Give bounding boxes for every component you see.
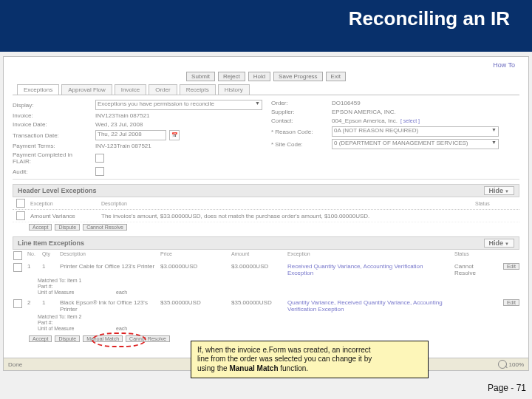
reason-select[interactable]: 0A (NOT REASON REQUIRED): [332, 126, 499, 137]
tab-exceptions[interactable]: Exceptions: [17, 84, 59, 95]
line-qty: 1: [42, 263, 55, 270]
invoice-label: Invoice:: [13, 112, 92, 119]
zoom-level: 100%: [509, 361, 524, 368]
line-no: 1: [27, 263, 38, 270]
part-label: Part #:: [38, 320, 53, 325]
order-label: Order:: [271, 100, 329, 106]
matched-to: Matched To: Item 2: [38, 314, 81, 319]
callout-line2: line from the order was selected you can…: [197, 355, 422, 364]
reject-button[interactable]: Reject: [218, 72, 245, 81]
col-description: Description: [101, 201, 471, 206]
display-select[interactable]: Exceptions you have permission to reconc…: [95, 100, 262, 110]
submit-button[interactable]: Submit: [186, 72, 215, 81]
col-line-description: Description: [60, 251, 156, 256]
uom-value: each: [116, 326, 127, 331]
reason-label: * Reason Code:: [271, 129, 329, 135]
payment-terms-label: Payment Terms:: [13, 143, 92, 149]
supplier-label: Supplier:: [271, 109, 329, 115]
header-exception-row: Amount Variance The invoice's amount, $3…: [13, 210, 519, 222]
line-dispute-button[interactable]: Dispute: [55, 335, 80, 342]
line-no: 2: [27, 299, 38, 306]
invoice-date-label: Invoice Date:: [13, 121, 92, 128]
order-value: DO106459: [332, 100, 361, 106]
line-item-row: 2 1 Black Epson® Ink for Office 123's Pr…: [13, 298, 519, 314]
row-checkbox[interactable]: [16, 211, 25, 220]
callout-line3c: function.: [279, 364, 309, 372]
line-checkbox[interactable]: [13, 263, 22, 272]
callout-note: If, when the invoice e.Form was created,…: [191, 341, 429, 379]
line-exception-link[interactable]: Received Quantity Variance, Accounting V…: [287, 263, 450, 276]
line-select-all-checkbox[interactable]: [13, 251, 22, 260]
line-desc: Printer Cable for Office 123's Printer: [60, 263, 156, 270]
line-amount: $35.00000USD: [231, 299, 283, 306]
site-label: * Site Code:: [271, 141, 329, 148]
line-price: $3.00000USD: [160, 263, 227, 270]
part-label: Part #:: [38, 284, 53, 289]
supplier-value: EPSON AMERICA, INC.: [332, 109, 396, 115]
header-exceptions-head: Header Level Exceptions Hide: [13, 184, 519, 197]
hold-button[interactable]: Hold: [248, 72, 270, 81]
transaction-date-label: Transaction Date:: [13, 132, 92, 139]
line-amount: $3.00000USD: [231, 263, 283, 270]
button-row: Submit Reject Hold Save Progress Exit: [13, 70, 519, 84]
title-banner: Reconciling an IR: [0, 0, 532, 52]
callout-line3a: using the: [197, 364, 229, 372]
tab-order[interactable]: Order: [149, 84, 177, 95]
payment-completed-checkbox[interactable]: [95, 154, 104, 163]
select-contact-link[interactable]: [ select ]: [400, 118, 420, 123]
uom-label: Unit of Measure: [38, 326, 112, 331]
payment-completed-label: Payment Completed in FLAIR:: [13, 151, 92, 165]
callout-line1: If, when the invoice e.Form was created,…: [197, 346, 422, 355]
uom-value: each: [116, 290, 127, 295]
contact-label: Contact:: [271, 117, 329, 124]
form-area: Display:Exceptions you have permission t…: [13, 95, 519, 180]
save-progress-button[interactable]: Save Progress: [273, 72, 322, 81]
uom-label: Unit of Measure: [38, 290, 112, 295]
calendar-icon[interactable]: 📅: [169, 130, 180, 140]
line-item-row: 1 1 Printer Cable for Office 123's Print…: [13, 262, 519, 278]
line-desc: Black Epson® Ink for Office 123's Printe…: [60, 299, 156, 313]
select-all-checkbox[interactable]: [16, 199, 25, 208]
tab-approval-flow[interactable]: Approval Flow: [61, 84, 112, 95]
col-exception: Exception: [30, 201, 97, 206]
line-checkbox[interactable]: [13, 299, 22, 308]
highlight-oval: [92, 332, 146, 347]
status-done: Done: [8, 361, 22, 368]
display-label: Display:: [13, 102, 92, 109]
line-hide-button[interactable]: Hide: [484, 239, 514, 248]
payment-terms-value: INV-123Train 087521: [95, 143, 151, 149]
header-dispute-button[interactable]: Dispute: [55, 224, 80, 231]
line-exceptions-title: Line Item Exceptions: [18, 239, 84, 247]
line-price: $35.00000USD: [160, 299, 227, 306]
audit-checkbox[interactable]: [95, 167, 104, 176]
edit-button[interactable]: Edit: [503, 263, 519, 270]
callout-manual-match: Manual Match: [229, 364, 278, 372]
contact-value: 004_Epson America, Inc.: [332, 117, 398, 124]
col-amount: Amount: [231, 251, 283, 256]
col-status: Status: [475, 201, 516, 206]
site-select[interactable]: 0 (DEPARTMENT OF MANAGEMENT SERVICES): [332, 139, 499, 149]
tab-invoice[interactable]: Invoice: [115, 84, 146, 95]
line-status: Cannot Resolve: [454, 263, 491, 276]
page-number: Page - 71: [488, 383, 526, 393]
edit-button[interactable]: Edit: [503, 299, 519, 306]
howto-link[interactable]: How To: [493, 61, 515, 69]
line-exception-link[interactable]: Quantity Variance, Received Quantity Var…: [287, 299, 450, 313]
col-price: Price: [160, 251, 227, 256]
matched-to: Matched To: Item 1: [38, 278, 81, 283]
exception-name: Amount Variance: [30, 213, 97, 219]
exception-desc: The invoice's amount, $33.00000USD, does…: [101, 213, 471, 219]
transaction-date-input[interactable]: Thu, 22 Jul 2008: [95, 130, 166, 140]
col-qty: Qty: [42, 251, 55, 256]
exit-button[interactable]: Exit: [326, 72, 346, 81]
col-line-status: Status: [454, 251, 491, 256]
header-accept-button[interactable]: Accept: [29, 224, 52, 231]
tab-receipts[interactable]: Receipts: [180, 84, 216, 95]
col-line-exception: Exception: [287, 251, 450, 256]
zoom-icon: [498, 360, 507, 369]
tab-history[interactable]: History: [218, 84, 250, 95]
header-hide-button[interactable]: Hide: [484, 186, 514, 195]
line-accept-button[interactable]: Accept: [29, 335, 52, 342]
header-cannot-resolve-button[interactable]: Cannot Resolve: [83, 224, 127, 231]
app-window: How To Submit Reject Hold Save Progress …: [3, 56, 529, 371]
